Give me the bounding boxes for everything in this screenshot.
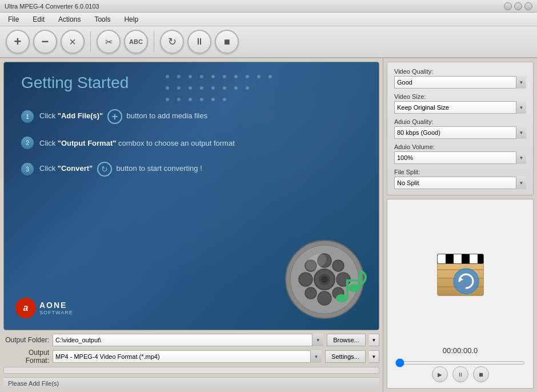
preview-controls: ▶ ⏸ ⏹	[432, 366, 489, 382]
close-button[interactable]	[524, 2, 532, 10]
add-icon: +	[14, 34, 22, 49]
preview-slider[interactable]	[395, 361, 525, 365]
preview-slider-container	[393, 358, 527, 366]
svg-point-36	[321, 276, 328, 283]
app-container: + − × ✂ ABC ↻ ⏸ ⏹	[0, 26, 537, 392]
output-format-label: Output Format:	[3, 349, 49, 365]
close-icon: ×	[69, 35, 76, 49]
aone-sub: SOFTWARE	[39, 310, 73, 315]
menu-file[interactable]: File	[2, 14, 25, 25]
add-files-button[interactable]: +	[6, 30, 30, 54]
status-bar: Please Add File(s)	[3, 377, 379, 389]
svg-rect-39	[346, 279, 348, 298]
aone-name: AONE	[39, 301, 73, 310]
settings-arrow-button[interactable]: ▼	[369, 350, 379, 363]
video-size-label: Video Size:	[394, 93, 526, 100]
step-1-num: 1	[21, 110, 34, 123]
right-panel: Video Quality: Good Better Best Custom ▼…	[383, 58, 537, 392]
remove-button[interactable]: −	[33, 30, 57, 54]
audio-quality-select[interactable]: 80 kbps (Good) 128 kbps (Better) 192 kbp…	[394, 126, 526, 139]
scissors-icon: ✂	[105, 37, 113, 47]
window-controls	[504, 2, 532, 10]
output-format-select[interactable]: MP4 - MPEG-4 Video Format (*.mp4)	[53, 350, 322, 363]
svg-point-35	[332, 260, 344, 271]
video-size-row: Video Size: Keep Original Size 320x240 6…	[394, 93, 526, 114]
browse-button[interactable]: Browse...	[327, 334, 366, 346]
step-3-num: 3	[21, 163, 34, 175]
menu-edit[interactable]: Edit	[27, 14, 50, 25]
getting-started-panel: Getting Started 1 Click "Add File(s)" + …	[3, 62, 379, 330]
aone-logo-text: AONE SOFTWARE	[39, 301, 73, 315]
audio-volume-row: Aduio Volume: 100% 75% 50% 125% ▼	[394, 143, 526, 164]
preview-stop-button[interactable]: ⏹	[473, 366, 489, 382]
cut-button[interactable]: ✂	[97, 30, 121, 54]
output-folder-row: Output Folder: C:\video_output\ ▼ Browse…	[3, 334, 379, 346]
pause-button[interactable]: ⏸	[187, 30, 211, 54]
video-size-select[interactable]: Keep Original Size 320x240 640x480 1280x…	[394, 101, 526, 114]
step-2: 2 Click "Output Format" combox to choose…	[21, 137, 362, 149]
stop-icon: ⏹	[223, 37, 231, 46]
play-icon: ▶	[438, 371, 442, 378]
svg-point-21	[200, 98, 203, 101]
stop-button[interactable]: ⏹	[215, 30, 239, 54]
output-folder-select-wrapper: C:\video_output\ ▼	[53, 334, 323, 346]
toolbar: + − × ✂ ABC ↻ ⏸ ⏹	[0, 26, 537, 58]
content-area: Getting Started 1 Click "Add File(s)" + …	[0, 58, 537, 392]
preview-area	[393, 205, 527, 343]
aone-logo-icon: a	[15, 298, 36, 318]
svg-rect-53	[462, 254, 470, 263]
convert-button[interactable]: ↻	[160, 30, 184, 54]
toolbar-separator-2	[154, 31, 154, 52]
audio-quality-label: Aduio Quality:	[394, 118, 526, 125]
audio-quality-select-wrapper: 80 kbps (Good) 128 kbps (Better) 192 kbp…	[394, 126, 526, 139]
menu-help[interactable]: Help	[118, 14, 144, 25]
step-1: 1 Click "Add File(s)" + button to add me…	[21, 109, 362, 124]
getting-started-title: Getting Started	[21, 74, 362, 92]
svg-point-40	[348, 284, 360, 292]
audio-volume-select[interactable]: 100% 75% 50% 125%	[394, 151, 526, 164]
output-folder-select[interactable]: C:\video_output\	[53, 334, 323, 346]
preview-pause-button[interactable]: ⏸	[452, 366, 468, 382]
svg-point-56	[454, 269, 479, 294]
audio-volume-label: Aduio Volume:	[394, 143, 526, 150]
menu-actions[interactable]: Actions	[53, 14, 86, 25]
aone-logo: a AONE SOFTWARE	[15, 298, 73, 318]
video-quality-row: Video Quality: Good Better Best Custom ▼	[394, 68, 526, 89]
step-2-text: Click "Output Format" combox to choose a…	[39, 139, 235, 147]
browse-arrow-button[interactable]: ▼	[369, 334, 379, 346]
pause-icon: ⏸	[195, 37, 204, 47]
svg-point-38	[336, 294, 347, 302]
clapperboard-icon	[435, 250, 486, 298]
minus-icon: −	[42, 34, 49, 49]
output-format-row: Output Format: MP4 - MPEG-4 Video Format…	[3, 349, 379, 365]
time-display: 00:00:00.0	[443, 346, 478, 355]
status-text: Please Add File(s)	[8, 380, 59, 387]
video-quality-select[interactable]: Good Better Best Custom	[394, 76, 526, 89]
video-quality-label: Video Quality:	[394, 68, 526, 75]
left-panel: Getting Started 1 Click "Add File(s)" + …	[0, 58, 383, 392]
svg-rect-50	[438, 254, 446, 263]
audio-quality-row: Aduio Quality: 80 kbps (Good) 128 kbps (…	[394, 118, 526, 139]
video-quality-select-wrapper: Good Better Best Custom ▼	[394, 76, 526, 89]
menu-tools[interactable]: Tools	[89, 14, 116, 25]
preview-pause-icon: ⏸	[458, 371, 463, 378]
title-bar: Ultra MPEG-4 Converter 6.0.0103	[0, 0, 537, 13]
preview-stop-icon: ⏹	[478, 371, 484, 378]
settings-button[interactable]: Settings...	[325, 350, 366, 363]
file-split-select-wrapper: No Split By Size By Duration ▼	[394, 177, 526, 189]
svg-point-30	[299, 273, 312, 286]
app-title: Ultra MPEG-4 Converter 6.0.0103	[5, 3, 99, 10]
file-split-select[interactable]: No Split By Size By Duration	[394, 177, 526, 189]
clear-button[interactable]: ×	[61, 30, 85, 54]
svg-point-34	[305, 287, 316, 299]
rename-button[interactable]: ABC	[124, 30, 148, 54]
minimize-button[interactable]	[504, 2, 512, 10]
file-split-label: File Split:	[394, 169, 526, 175]
maximize-button[interactable]	[514, 2, 522, 10]
svg-point-19	[177, 98, 181, 101]
play-button[interactable]: ▶	[432, 366, 448, 382]
abc-icon: ABC	[129, 38, 143, 45]
step-3-text: Click "Convert" ↻ button to start conver…	[39, 162, 202, 177]
svg-rect-51	[446, 254, 454, 263]
refresh-icon: ↻	[168, 35, 177, 48]
